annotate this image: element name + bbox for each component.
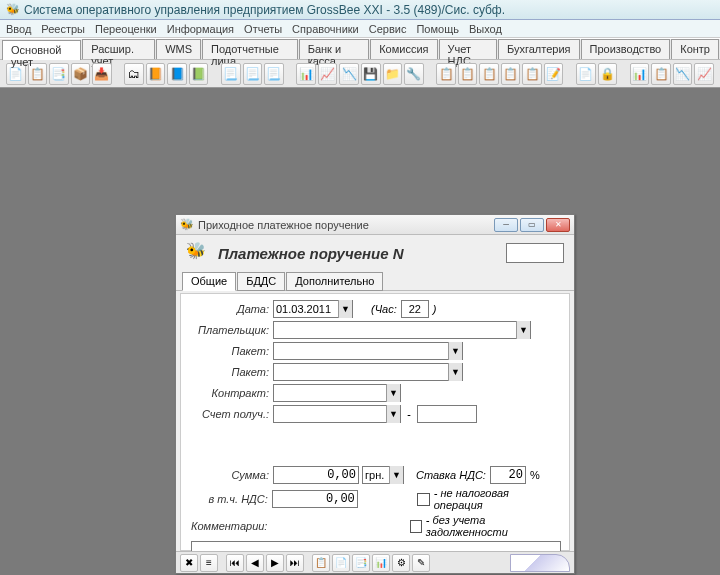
maximize-button[interactable]: ▭ — [520, 218, 544, 232]
sum-input[interactable] — [273, 466, 359, 484]
subtab-general[interactable]: Общие — [182, 272, 236, 291]
chevron-down-icon[interactable]: ▼ — [386, 405, 400, 423]
dialog-heading: Платежное поручение N — [218, 245, 498, 262]
menu-item[interactable]: Отчеты — [244, 23, 282, 35]
app-icon: 🐝 — [6, 3, 20, 16]
tab-bookkeeping[interactable]: Бухгалтерия — [498, 39, 580, 59]
toolbar-icon[interactable]: 📝 — [544, 63, 564, 85]
nav-first-icon[interactable]: ⏮ — [226, 554, 244, 572]
tab-production[interactable]: Производство — [581, 39, 671, 59]
menu-item[interactable]: Ввод — [6, 23, 31, 35]
packet1-combo[interactable]: ▼ — [273, 342, 463, 360]
nontax-label: - не налоговая операция — [434, 487, 559, 511]
payer-label: Плательщик: — [191, 324, 273, 336]
tab-bank-cash[interactable]: Банк и касса — [299, 39, 370, 59]
tab-contr[interactable]: Контр — [671, 39, 719, 59]
chevron-down-icon[interactable]: ▼ — [389, 466, 403, 484]
close-button[interactable]: ✕ — [546, 218, 570, 232]
subtab-additional[interactable]: Дополнительно — [286, 272, 383, 291]
doc-number-input[interactable] — [506, 243, 564, 263]
packet2-combo[interactable]: ▼ — [273, 363, 463, 381]
toolbar-icon[interactable]: 📋 — [458, 63, 478, 85]
chevron-down-icon[interactable]: ▼ — [386, 384, 400, 402]
tab-ext-accounting[interactable]: Расшир. учет — [82, 39, 155, 59]
toolbar-icon[interactable]: 📋 — [479, 63, 499, 85]
toolbar-icon[interactable]: 📑 — [49, 63, 69, 85]
tab-commission[interactable]: Комиссия — [370, 39, 437, 59]
toolbar-icon[interactable]: 📃 — [221, 63, 241, 85]
hour-input[interactable] — [401, 300, 429, 318]
menu-item[interactable]: Выход — [469, 23, 502, 35]
toolbar-icon[interactable]: 📙 — [146, 63, 166, 85]
toolbar-icon[interactable]: 📉 — [339, 63, 359, 85]
toolbar-icon[interactable]: 📗 — [189, 63, 209, 85]
subtab-bdds[interactable]: БДДС — [237, 272, 285, 291]
menu-item[interactable]: Переоценки — [95, 23, 157, 35]
toolbar-icon[interactable]: 📋 — [436, 63, 456, 85]
toolbar-icon[interactable]: 📄 — [576, 63, 596, 85]
tab-main-accounting[interactable]: Основной учет — [2, 40, 81, 60]
dialog-tool-icon[interactable]: 📋 — [312, 554, 330, 572]
chevron-down-icon[interactable]: ▼ — [516, 321, 530, 339]
toolbar-icon[interactable]: 🗂 — [124, 63, 144, 85]
dialog-tool-icon[interactable]: ⚙ — [392, 554, 410, 572]
chevron-down-icon[interactable]: ▼ — [338, 300, 352, 318]
minimize-button[interactable]: ─ — [494, 218, 518, 232]
toolbar-icon[interactable]: 📃 — [264, 63, 284, 85]
account2-input[interactable] — [417, 405, 477, 423]
toolbar-icon[interactable]: 📊 — [296, 63, 316, 85]
vat-incl-input[interactable] — [272, 490, 358, 508]
toolbar-icon[interactable]: 📋 — [651, 63, 671, 85]
tab-accountables[interactable]: Подотчетные лица — [202, 39, 298, 59]
tab-vat[interactable]: Учет НДС — [439, 39, 497, 59]
dialog-tool-icon[interactable]: ≡ — [200, 554, 218, 572]
dialog-tool-icon[interactable]: ✎ — [412, 554, 430, 572]
toolbar-icon[interactable]: 📘 — [167, 63, 187, 85]
menu-item[interactable]: Помощь — [416, 23, 459, 35]
toolbar-icon[interactable]: 📥 — [92, 63, 112, 85]
nav-last-icon[interactable]: ⏭ — [286, 554, 304, 572]
toolbar-icon[interactable]: 🔒 — [598, 63, 618, 85]
dialog-titlebar[interactable]: 🐝 Приходное платежное поручение ─ ▭ ✕ — [176, 215, 574, 235]
account-combo[interactable]: ▼ — [273, 405, 401, 423]
vat-rate-input[interactable] — [490, 466, 526, 484]
menu-item[interactable]: Сервис — [369, 23, 407, 35]
toolbar-icon[interactable]: 📈 — [694, 63, 714, 85]
toolbar-icon[interactable]: 📋 — [501, 63, 521, 85]
contract-combo[interactable]: ▼ — [273, 384, 401, 402]
currency-value: грн. — [365, 469, 384, 481]
account-separator: - — [401, 408, 417, 420]
payer-combo[interactable]: ▼ — [273, 321, 531, 339]
menu-item[interactable]: Реестры — [41, 23, 85, 35]
dialog-header: 🐝 Платежное поручение N — [176, 235, 574, 271]
nontax-checkbox[interactable] — [417, 493, 430, 506]
sum-label: Сумма: — [191, 469, 273, 481]
toolbar-icon[interactable]: 📉 — [673, 63, 693, 85]
toolbar-icon[interactable]: 📋 — [522, 63, 542, 85]
currency-combo[interactable]: грн. ▼ — [362, 466, 404, 484]
vat-incl-label: в т.ч. НДС: — [191, 493, 272, 505]
chevron-down-icon[interactable]: ▼ — [448, 342, 462, 360]
chevron-down-icon[interactable]: ▼ — [448, 363, 462, 381]
menu-item[interactable]: Справочники — [292, 23, 359, 35]
dialog-tool-icon[interactable]: 📑 — [352, 554, 370, 572]
dialog-tool-icon[interactable]: 📊 — [372, 554, 390, 572]
toolbar-icon[interactable]: 📈 — [318, 63, 338, 85]
toolbar-icon[interactable]: 📁 — [383, 63, 403, 85]
toolbar-icon[interactable]: 🔧 — [404, 63, 424, 85]
toolbar-icon[interactable]: 📊 — [630, 63, 650, 85]
page-curl-icon[interactable] — [510, 554, 570, 572]
dialog-tool-icon[interactable]: 📄 — [332, 554, 350, 572]
nav-prev-icon[interactable]: ◀ — [246, 554, 264, 572]
toolbar-icon[interactable]: 📦 — [71, 63, 91, 85]
date-combo[interactable]: 01.03.2011 ▼ — [273, 300, 353, 318]
dialog-tool-icon[interactable]: ✖ — [180, 554, 198, 572]
menu-item[interactable]: Информация — [167, 23, 234, 35]
percent-label: % — [530, 469, 540, 481]
tab-wms[interactable]: WMS — [156, 39, 201, 59]
nodebt-checkbox[interactable] — [410, 520, 422, 533]
date-label: Дата: — [191, 303, 273, 315]
nav-next-icon[interactable]: ▶ — [266, 554, 284, 572]
toolbar-icon[interactable]: 💾 — [361, 63, 381, 85]
toolbar-icon[interactable]: 📃 — [243, 63, 263, 85]
